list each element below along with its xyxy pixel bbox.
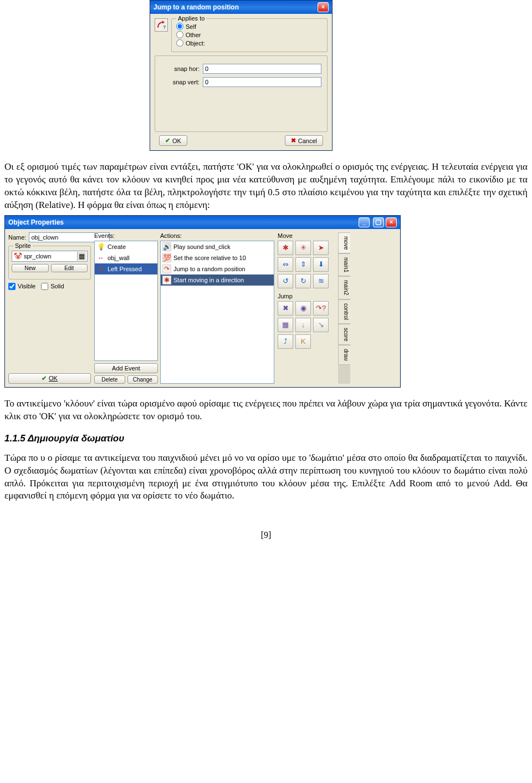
check-icon: ✔ [165,137,170,144]
jump-dialog-title: Jump to a random position [154,3,239,11]
solid-checkbox[interactable]: Solid [41,283,64,290]
action-label: Set the score relative to 10 [173,255,246,261]
action-icon: 🔊 [162,242,171,251]
action-item[interactable]: ✱Start moving in a direction [161,274,274,286]
snap-hor-input[interactable] [203,64,321,74]
tab-draw[interactable]: draw [338,345,350,365]
wrap-icon[interactable]: ↓ [295,318,311,332]
delete-event-button[interactable]: Delete [94,375,125,384]
event-item[interactable]: 🖱Left Pressed [95,263,157,274]
tab-score[interactable]: score [338,324,350,345]
snap-vert-input[interactable] [203,77,321,87]
jump-dialog: Jump to a random position × ? Applies to… [150,0,332,151]
change-event-button[interactable]: Change [127,375,158,384]
move-heading: Move [278,232,338,239]
ok-label: OK [172,138,181,144]
event-icon: ↔ [96,253,105,262]
jump-dialog-titlebar: Jump to a random position × [150,1,332,14]
radio-object[interactable] [176,39,183,47]
move-towards-icon[interactable]: ➤ [313,241,329,255]
actions-label: Actions: [160,232,274,239]
ok-label: OK [49,375,58,382]
ok-button[interactable]: ✔ OK [8,373,91,384]
x-icon: ✖ [291,137,296,144]
path-icon[interactable]: K [295,334,311,349]
add-event-button[interactable]: Add Event [94,363,158,373]
new-sprite-button[interactable]: New [12,264,49,272]
action-label: Start moving in a direction [173,277,244,283]
action-label: Play sound snd_click [173,243,231,250]
jump-random-icon[interactable]: ↷? [313,301,329,316]
check-icon: ✔ [42,375,47,382]
sprite-legend: Sprite [13,242,33,249]
jump-action-icon: ? [155,18,168,32]
sprite-value: spr_clown [24,253,75,260]
event-icon: 💡 [96,242,105,251]
action-label: Jump to a random position [173,266,245,272]
sprite-selector[interactable]: 🤡 spr_clown ▦ [12,251,88,262]
tab-main1[interactable]: main1 [338,253,350,276]
move-contact-icon[interactable]: ↘ [313,318,329,332]
jump-tool-grid: ✖ ◉ ↷? ▦ ↓ ↘ ⤴ K [278,301,338,349]
jump-pos-icon[interactable]: ✖ [278,301,293,316]
reverse-vert-icon[interactable]: ↻ [295,274,311,288]
maximize-icon[interactable]: ▢ [373,217,384,227]
objprops-titlebar: Object Properties _ ▢ × [5,216,400,229]
align-grid-icon[interactable]: ▦ [278,318,293,332]
events-label: Events: [94,232,158,239]
cancel-button[interactable]: ✖ Cancel [285,135,323,146]
move-dir-icon[interactable]: ✱ [278,241,293,255]
friction-icon[interactable]: ≋ [313,274,329,288]
action-item[interactable]: 🔊Play sound snd_click [161,241,274,252]
close-icon[interactable]: × [318,2,329,12]
object-properties-dialog: Object Properties _ ▢ × Name: Sprite 🤡 s… [4,215,401,388]
event-item[interactable]: ↔obj_wall [95,252,157,263]
sprite-thumb-icon: 🤡 [13,252,22,261]
actions-listbox[interactable]: 🔊Play sound snd_click💯Set the score rela… [160,241,274,384]
action-item[interactable]: ↷Jump to a random position [161,263,274,274]
radio-object-label: Object: [186,40,205,47]
snap-vert-label: snap vert: [161,79,200,85]
bounce-icon[interactable]: ⤴ [278,334,293,349]
edit-sprite-button[interactable]: Edit [51,264,88,272]
cancel-label: Cancel [298,138,317,144]
radio-other-label: Other [186,32,201,38]
event-item[interactable]: 💡Create [95,241,157,252]
paragraph-3: Τώρα πο υ ο ρίσαμε τα αντικείμενα του πα… [0,452,532,503]
sprite-menu-icon[interactable]: ▦ [77,252,86,261]
visible-checkbox[interactable]: Visible [8,283,35,290]
radio-self[interactable] [176,23,183,30]
event-icon: 🖱 [96,265,105,273]
radio-self-label: Self [186,23,196,30]
snap-hor-label: snap hor: [161,65,200,72]
tab-main2[interactable]: main2 [338,276,350,299]
reverse-hor-icon[interactable]: ↺ [278,274,293,288]
action-item[interactable]: 💯Set the score relative to 10 [161,252,274,263]
event-label: Left Pressed [108,266,142,272]
events-listbox[interactable]: 💡Create↔obj_wall🖱Left Pressed [94,241,158,361]
name-label: Name: [8,234,26,241]
move-tool-grid: ✱ ✳ ➤ ⇔ ⇕ ⬇ ↺ ↻ ≋ [278,241,338,288]
jump-heading: Jump [278,293,338,299]
speed-vert-icon[interactable]: ⇕ [295,257,311,272]
jump-start-icon[interactable]: ◉ [295,301,311,316]
tab-move[interactable]: move [338,232,350,253]
move-free-icon[interactable]: ✳ [295,241,311,255]
gravity-icon[interactable]: ⬇ [313,257,329,272]
ok-button[interactable]: ✔ OK [159,135,187,146]
action-icon: 💯 [162,253,171,262]
section-heading: 1.1.5 Δημιουργία δωματίου [4,433,528,444]
action-icon: ✱ [162,276,171,284]
svg-text:?: ? [163,24,166,30]
tab-control[interactable]: control [338,299,350,324]
action-icon: ↷ [162,265,171,273]
applies-to-legend: Applies to [176,15,206,22]
paragraph-2: Το αντικείμενο 'κλόουν' είναι τώρα ορισμ… [0,398,532,423]
tab-strip: movemain1main2controlscoredraw [338,232,350,384]
minimize-icon[interactable]: _ [359,217,370,227]
close-icon[interactable]: × [386,217,397,227]
radio-other[interactable] [176,31,183,38]
speed-hor-icon[interactable]: ⇔ [278,257,293,272]
page-number: [9] [0,530,532,540]
objprops-title: Object Properties [8,218,64,226]
